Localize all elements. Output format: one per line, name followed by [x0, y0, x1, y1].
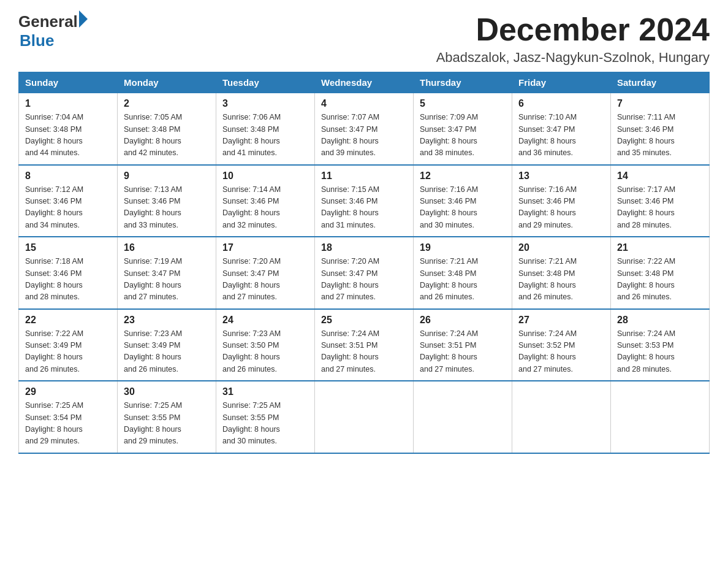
- day-number: 4: [321, 98, 407, 109]
- calendar-cell: [414, 381, 512, 453]
- calendar-cell: 28 Sunrise: 7:24 AMSunset: 3:53 PMDaylig…: [611, 309, 710, 381]
- day-info: Sunrise: 7:20 AMSunset: 3:47 PMDaylight:…: [222, 257, 281, 301]
- day-info: Sunrise: 7:07 AMSunset: 3:47 PMDaylight:…: [321, 113, 379, 157]
- day-info: Sunrise: 7:05 AMSunset: 3:48 PMDaylight:…: [124, 113, 182, 157]
- month-title: December 2024: [436, 12, 710, 47]
- day-info: Sunrise: 7:19 AMSunset: 3:47 PMDaylight:…: [124, 257, 182, 301]
- calendar-cell: 24 Sunrise: 7:23 AMSunset: 3:50 PMDaylig…: [216, 309, 315, 381]
- day-info: Sunrise: 7:24 AMSunset: 3:53 PMDaylight:…: [617, 329, 675, 373]
- calendar-cell: 8 Sunrise: 7:12 AMSunset: 3:46 PMDayligh…: [19, 165, 118, 237]
- calendar-cell: 25 Sunrise: 7:24 AMSunset: 3:51 PMDaylig…: [315, 309, 414, 381]
- calendar-week-row: 8 Sunrise: 7:12 AMSunset: 3:46 PMDayligh…: [19, 165, 710, 237]
- calendar-week-row: 22 Sunrise: 7:22 AMSunset: 3:49 PMDaylig…: [19, 309, 710, 381]
- day-number: 31: [222, 386, 308, 397]
- calendar-cell: 12 Sunrise: 7:16 AMSunset: 3:46 PMDaylig…: [414, 165, 512, 237]
- calendar-cell: 16 Sunrise: 7:19 AMSunset: 3:47 PMDaylig…: [118, 237, 216, 309]
- day-number: 19: [420, 242, 506, 253]
- calendar-cell: 26 Sunrise: 7:24 AMSunset: 3:51 PMDaylig…: [414, 309, 512, 381]
- location-subtitle: Abadszalok, Jasz-Nagykun-Szolnok, Hungar…: [436, 50, 710, 66]
- day-number: 30: [124, 386, 210, 397]
- day-info: Sunrise: 7:24 AMSunset: 3:51 PMDaylight:…: [321, 329, 379, 373]
- day-info: Sunrise: 7:12 AMSunset: 3:46 PMDaylight:…: [25, 185, 83, 229]
- day-info: Sunrise: 7:24 AMSunset: 3:51 PMDaylight:…: [420, 329, 478, 373]
- calendar-cell: 31 Sunrise: 7:25 AMSunset: 3:55 PMDaylig…: [216, 381, 315, 453]
- day-number: 9: [124, 170, 210, 182]
- day-number: 14: [617, 170, 703, 182]
- weekday-header-thursday: Thursday: [414, 72, 512, 93]
- weekday-header-row: SundayMondayTuesdayWednesdayThursdayFrid…: [19, 72, 710, 93]
- day-info: Sunrise: 7:20 AMSunset: 3:47 PMDaylight:…: [321, 257, 379, 301]
- day-number: 7: [617, 98, 703, 109]
- weekday-header-sunday: Sunday: [19, 72, 118, 93]
- calendar-cell: 5 Sunrise: 7:09 AMSunset: 3:47 PMDayligh…: [414, 93, 512, 165]
- calendar-cell: 30 Sunrise: 7:25 AMSunset: 3:55 PMDaylig…: [118, 381, 216, 453]
- day-number: 27: [518, 315, 604, 326]
- calendar-cell: 22 Sunrise: 7:22 AMSunset: 3:49 PMDaylig…: [19, 309, 118, 381]
- calendar-cell: 29 Sunrise: 7:25 AMSunset: 3:54 PMDaylig…: [19, 381, 118, 453]
- calendar-cell: 17 Sunrise: 7:20 AMSunset: 3:47 PMDaylig…: [216, 237, 315, 309]
- day-number: 17: [222, 242, 308, 253]
- day-info: Sunrise: 7:06 AMSunset: 3:48 PMDaylight:…: [222, 113, 281, 157]
- day-info: Sunrise: 7:09 AMSunset: 3:47 PMDaylight:…: [420, 113, 478, 157]
- weekday-header-monday: Monday: [118, 72, 216, 93]
- day-number: 11: [321, 170, 407, 182]
- day-number: 13: [518, 170, 604, 182]
- calendar-cell: 23 Sunrise: 7:23 AMSunset: 3:49 PMDaylig…: [118, 309, 216, 381]
- day-number: 20: [518, 242, 604, 253]
- day-info: Sunrise: 7:21 AMSunset: 3:48 PMDaylight:…: [518, 257, 577, 301]
- day-info: Sunrise: 7:22 AMSunset: 3:48 PMDaylight:…: [617, 257, 675, 301]
- calendar-cell: 9 Sunrise: 7:13 AMSunset: 3:46 PMDayligh…: [118, 165, 216, 237]
- calendar-cell: 21 Sunrise: 7:22 AMSunset: 3:48 PMDaylig…: [611, 237, 710, 309]
- page-header: General Blue December 2024 Abadszalok, J…: [18, 12, 710, 66]
- day-number: 10: [222, 170, 308, 182]
- calendar-cell: 27 Sunrise: 7:24 AMSunset: 3:52 PMDaylig…: [512, 309, 611, 381]
- calendar-table: SundayMondayTuesdayWednesdayThursdayFrid…: [18, 72, 710, 454]
- day-number: 5: [420, 98, 506, 109]
- calendar-cell: 14 Sunrise: 7:17 AMSunset: 3:46 PMDaylig…: [611, 165, 710, 237]
- day-info: Sunrise: 7:25 AMSunset: 3:55 PMDaylight:…: [222, 401, 281, 445]
- calendar-cell: 15 Sunrise: 7:18 AMSunset: 3:46 PMDaylig…: [19, 237, 118, 309]
- calendar-cell: 7 Sunrise: 7:11 AMSunset: 3:46 PMDayligh…: [611, 93, 710, 165]
- day-number: 21: [617, 242, 703, 253]
- calendar-cell: 6 Sunrise: 7:10 AMSunset: 3:47 PMDayligh…: [512, 93, 611, 165]
- calendar-cell: 10 Sunrise: 7:14 AMSunset: 3:46 PMDaylig…: [216, 165, 315, 237]
- calendar-week-row: 15 Sunrise: 7:18 AMSunset: 3:46 PMDaylig…: [19, 237, 710, 309]
- weekday-header-saturday: Saturday: [611, 72, 710, 93]
- day-info: Sunrise: 7:11 AMSunset: 3:46 PMDaylight:…: [617, 113, 675, 157]
- day-number: 23: [124, 315, 210, 326]
- day-number: 26: [420, 315, 506, 326]
- day-number: 12: [420, 170, 506, 182]
- day-info: Sunrise: 7:25 AMSunset: 3:55 PMDaylight:…: [124, 401, 182, 445]
- day-info: Sunrise: 7:25 AMSunset: 3:54 PMDaylight:…: [25, 401, 83, 445]
- calendar-week-row: 29 Sunrise: 7:25 AMSunset: 3:54 PMDaylig…: [19, 381, 710, 453]
- calendar-cell: 1 Sunrise: 7:04 AMSunset: 3:48 PMDayligh…: [19, 93, 118, 165]
- logo: General Blue: [18, 12, 88, 50]
- calendar-cell: 4 Sunrise: 7:07 AMSunset: 3:47 PMDayligh…: [315, 93, 414, 165]
- logo-triangle-icon: [79, 10, 88, 28]
- day-info: Sunrise: 7:24 AMSunset: 3:52 PMDaylight:…: [518, 329, 577, 373]
- day-number: 18: [321, 242, 407, 253]
- day-info: Sunrise: 7:15 AMSunset: 3:46 PMDaylight:…: [321, 185, 379, 229]
- day-number: 22: [25, 315, 111, 326]
- day-info: Sunrise: 7:14 AMSunset: 3:46 PMDaylight:…: [222, 185, 281, 229]
- day-info: Sunrise: 7:22 AMSunset: 3:49 PMDaylight:…: [25, 329, 83, 373]
- day-info: Sunrise: 7:21 AMSunset: 3:48 PMDaylight:…: [420, 257, 478, 301]
- day-number: 6: [518, 98, 604, 109]
- calendar-cell: 20 Sunrise: 7:21 AMSunset: 3:48 PMDaylig…: [512, 237, 611, 309]
- day-number: 3: [222, 98, 308, 109]
- day-number: 25: [321, 315, 407, 326]
- calendar-week-row: 1 Sunrise: 7:04 AMSunset: 3:48 PMDayligh…: [19, 93, 710, 165]
- day-info: Sunrise: 7:17 AMSunset: 3:46 PMDaylight:…: [617, 185, 675, 229]
- calendar-cell: 19 Sunrise: 7:21 AMSunset: 3:48 PMDaylig…: [414, 237, 512, 309]
- weekday-header-tuesday: Tuesday: [216, 72, 315, 93]
- logo-blue-text: Blue: [20, 31, 54, 50]
- day-number: 2: [124, 98, 210, 109]
- calendar-cell: 11 Sunrise: 7:15 AMSunset: 3:46 PMDaylig…: [315, 165, 414, 237]
- day-number: 29: [25, 386, 111, 397]
- calendar-cell: 18 Sunrise: 7:20 AMSunset: 3:47 PMDaylig…: [315, 237, 414, 309]
- day-number: 28: [617, 315, 703, 326]
- calendar-title-area: December 2024 Abadszalok, Jasz-Nagykun-S…: [436, 12, 710, 66]
- day-info: Sunrise: 7:18 AMSunset: 3:46 PMDaylight:…: [25, 257, 83, 301]
- day-number: 24: [222, 315, 308, 326]
- day-info: Sunrise: 7:13 AMSunset: 3:46 PMDaylight:…: [124, 185, 182, 229]
